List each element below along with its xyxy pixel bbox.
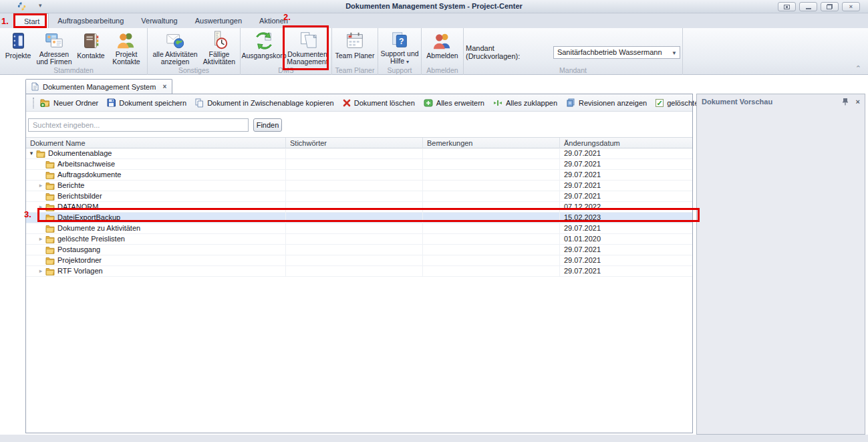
expander-icon[interactable]: ▸ xyxy=(37,181,45,191)
team-planer-button[interactable]: Team Planer xyxy=(334,28,376,66)
row-date: 29.07.2021 xyxy=(560,159,692,169)
dokumenten-management-button[interactable]: Dokumenten Management xyxy=(285,28,329,66)
row-date: 29.07.2021 xyxy=(560,245,692,255)
minimize-button[interactable] xyxy=(799,2,817,11)
folder-icon xyxy=(45,203,55,211)
row-bemerkungen xyxy=(423,181,560,191)
fullscreen-button[interactable] xyxy=(778,2,796,11)
table-row[interactable]: ▾ Dokumentenablage 29.07.2021 xyxy=(26,148,692,159)
table-row[interactable]: ▸ RTF Vorlagen 29.07.2021 xyxy=(26,266,692,277)
close-button[interactable]: × xyxy=(842,2,860,11)
window-controls: × xyxy=(778,2,860,11)
projekt-kontakte-button[interactable]: Projekt Kontakte xyxy=(108,28,145,66)
row-bemerkungen xyxy=(423,234,560,244)
dokument-speichern-button[interactable]: Dokument speichern xyxy=(107,98,186,107)
row-date: 29.07.2021 xyxy=(560,191,692,201)
support-dropdown-arrow-icon: ▾ xyxy=(406,59,409,65)
table-row[interactable]: Berichtsbilder 29.07.2021 xyxy=(26,191,692,202)
window-title: Dokumenten Management System - Project-C… xyxy=(0,2,868,10)
table-row[interactable]: Arbeitsnachweise 29.07.2021 xyxy=(26,159,692,170)
table-row[interactable]: Postausgang 29.07.2021 xyxy=(26,245,692,255)
mandant-dropdown-arrow-icon: ▼ xyxy=(672,50,677,56)
column-header-dokument-name[interactable]: Dokument Name xyxy=(26,138,286,148)
search-input[interactable] xyxy=(28,118,249,132)
expander-icon[interactable]: ▸ xyxy=(37,234,45,244)
row-date: 15.02.2023 xyxy=(560,213,692,223)
alle-aktivitaeten-anzeigen-button[interactable]: alle Aktivitäten anzeigen xyxy=(150,28,200,66)
preview-panel-title: Dokument Vorschau xyxy=(702,98,772,106)
row-name: Auftragsdokumente xyxy=(57,170,121,180)
adressen-und-firmen-button[interactable]: Adressen und Firmen xyxy=(34,28,74,66)
dokument-loeschen-button[interactable]: Dokument löschen xyxy=(343,99,415,107)
group-label-dms: DMS xyxy=(241,66,331,74)
tab-verwaltung[interactable]: Verwaltung xyxy=(132,13,186,28)
ausgangskorb-button[interactable]: Ausgangskorb xyxy=(243,28,285,66)
folder-icon xyxy=(45,235,55,243)
team-planer-icon xyxy=(345,29,365,52)
tab-start[interactable]: Start xyxy=(15,13,49,28)
revisionen-anzeigen-button[interactable]: Revisionen anzeigen xyxy=(566,98,647,107)
row-bemerkungen xyxy=(423,191,560,201)
checkbox-checked-icon: ✓ xyxy=(656,99,664,107)
expander-icon[interactable]: ▸ xyxy=(37,266,45,276)
tab-auswertungen[interactable]: Auswertungen xyxy=(186,13,251,28)
table-row[interactable]: ▸ gelöschte Preislisten 01.01.2020 xyxy=(26,234,692,245)
table-row[interactable]: DateiExportBackup 15.02.2023 xyxy=(26,213,692,223)
alle-aktivitaeten-icon xyxy=(165,29,185,51)
ribbon-collapse-chevron-icon[interactable]: ⌃ xyxy=(855,64,861,73)
row-name: DateiExportBackup xyxy=(57,213,120,223)
alles-zuklappen-button[interactable]: Alles zuklappen xyxy=(493,99,557,107)
toolbar-grip[interactable] xyxy=(33,98,34,108)
pin-icon[interactable] xyxy=(843,98,848,106)
preview-panel-header: Dokument Vorschau × xyxy=(697,94,865,109)
row-date: 29.07.2021 xyxy=(560,181,692,191)
group-label-mandant: Mandant xyxy=(464,66,682,74)
row-stichwoerter xyxy=(286,245,423,255)
preview-close-icon[interactable]: × xyxy=(856,98,860,106)
revisions-icon xyxy=(566,98,575,107)
search-row: Finden xyxy=(26,117,692,133)
mandant-value: Sanitärfachbetrieb Wassermann xyxy=(557,48,662,56)
row-bemerkungen xyxy=(423,202,560,212)
row-bemerkungen xyxy=(423,213,560,223)
group-label-support: Support xyxy=(378,66,421,74)
app-window: ▾ Dokumenten Management System - Project… xyxy=(0,0,868,442)
faellige-aktivitaeten-button[interactable]: Fällige Aktivitäten xyxy=(200,28,238,66)
column-header-aenderungsdatum[interactable]: Änderungsdatum xyxy=(560,138,692,148)
table-row[interactable]: Projektordner 29.07.2021 xyxy=(26,255,692,266)
support-und-hilfe-icon: ? xyxy=(390,29,410,50)
row-stichwoerter xyxy=(286,191,423,201)
restore-button[interactable] xyxy=(821,2,839,11)
folder-icon xyxy=(45,214,55,222)
tab-auftragsbearbeitung[interactable]: Auftragsbearbeitung xyxy=(49,13,132,28)
kontakte-button[interactable]: Kontakte xyxy=(74,28,108,66)
expander-icon[interactable]: ▾ xyxy=(27,148,35,158)
minimize-icon xyxy=(806,8,811,9)
table-row[interactable]: ▸ DATANORM 07.12.2022 xyxy=(26,202,692,213)
table-row[interactable]: Auftragsdokumente 29.07.2021 xyxy=(26,170,692,181)
table-row[interactable]: Dokumente zu Aktivitäten 29.07.2021 xyxy=(26,223,692,234)
restore-icon xyxy=(827,4,833,9)
row-date: 01.01.2020 xyxy=(560,234,692,244)
projekte-button[interactable]: Projekte xyxy=(2,28,34,66)
ausgangskorb-icon xyxy=(254,29,274,52)
neuer-ordner-button[interactable]: Neuer Ordner xyxy=(40,98,98,107)
alles-erweitern-button[interactable]: Alles erweitern xyxy=(424,99,484,107)
row-stichwoerter xyxy=(286,202,423,212)
mandant-select[interactable]: Sanitärfachbetrieb Wassermann ▼ xyxy=(553,46,680,59)
close-icon: × xyxy=(849,3,853,10)
kontakte-icon xyxy=(81,29,101,52)
expander-icon[interactable]: ▸ xyxy=(37,202,45,212)
column-header-stichwoerter[interactable]: Stichwörter xyxy=(286,138,423,148)
column-header-bemerkungen[interactable]: Bemerkungen xyxy=(423,138,560,148)
ribbon-group-support: ? Support und Hilfe ▾ Support xyxy=(378,28,422,75)
document-icon xyxy=(31,82,39,91)
find-button[interactable]: Finden xyxy=(253,118,282,132)
support-und-hilfe-button[interactable]: ? Support und Hilfe ▾ xyxy=(380,28,419,66)
ribbon-group-sonstiges: alle Aktivitäten anzeigen Fällige Aktivi… xyxy=(148,28,241,75)
table-row[interactable]: ▸ Berichte 29.07.2021 xyxy=(26,181,692,191)
abmelden-button[interactable]: Abmelden xyxy=(424,28,461,66)
dokument-kopieren-button[interactable]: Dokument in Zwischenablage kopieren xyxy=(195,98,334,108)
tab-close-icon[interactable]: × xyxy=(162,83,166,90)
document-tab[interactable]: Dokumenten Management System × xyxy=(25,79,172,94)
